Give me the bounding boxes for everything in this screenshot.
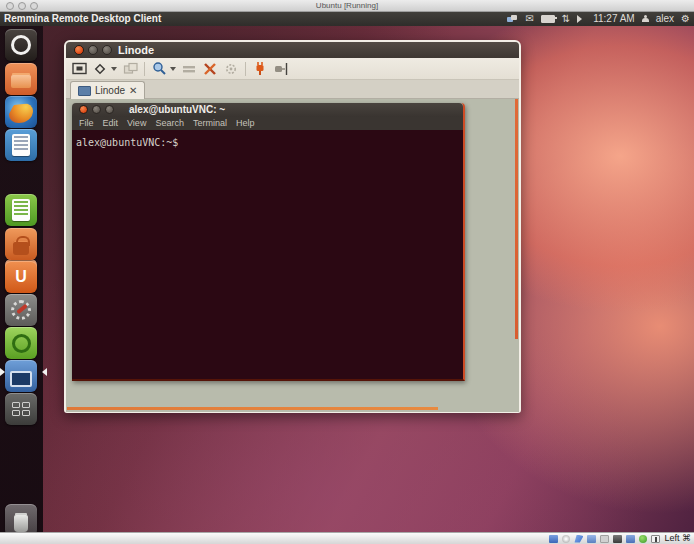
optical-disc-icon[interactable] [562,535,570,543]
menu-edit[interactable]: Edit [103,117,119,130]
volume-indicator-icon[interactable] [577,15,586,23]
gear-wrench-icon [5,294,37,326]
remmina-window-title: Linode [118,42,154,58]
user-indicator-icon[interactable] [642,15,649,23]
ubuntu-logo-icon [5,29,37,61]
exit-button[interactable] [272,60,290,77]
shopping-bag-icon [5,228,37,260]
ubuntu-software-button[interactable] [5,327,37,359]
ubuntu-one-icon: U [5,261,37,293]
session-gear-icon[interactable]: ⚙ [681,12,690,26]
network-icon[interactable] [574,535,583,543]
remote-wallpaper-bottom-sliver [67,407,438,410]
tools-button[interactable] [201,60,219,77]
remmina-launcher-button[interactable] [5,360,37,392]
calc-spreadsheet-icon [12,199,30,221]
plug-exit-icon [273,62,289,76]
firefox-button[interactable] [5,96,37,128]
sync-arrows-indicator-icon[interactable]: ⇅ [562,12,570,26]
keyboard-shortcuts-button[interactable] [180,60,198,77]
keyboard-lines-icon [182,63,196,75]
shared-folders-icon[interactable] [600,535,609,543]
hard-disk-icon[interactable] [549,535,558,543]
home-folder-button[interactable] [5,63,37,95]
host-window-title: Ubuntu [Running] [0,0,694,11]
ubuntu-circle-icon [5,327,37,359]
scale-dropdown-caret-icon[interactable] [111,67,117,74]
fullscreen-button[interactable] [70,60,88,77]
workspace-switcher-button[interactable] [5,393,37,425]
remmina-toolbar [66,58,519,80]
menu-file[interactable]: File [79,117,94,130]
host-window-titlebar: Ubuntu [Running] [0,0,694,12]
mail-indicator-icon[interactable]: ✉ [525,12,533,26]
zoom-dropdown-caret-icon[interactable] [170,67,176,74]
remmina-titlebar[interactable]: Linode [66,42,519,58]
toolbar-separator [144,62,145,76]
folder-icon [5,63,37,95]
indicator-area: ✉ ⇅ 11:27 AM alex ⚙ [507,12,690,26]
mouse-integration-icon[interactable] [651,535,660,543]
terminal-window-title: alex@ubuntuVNC: ~ [129,103,225,117]
terminal-minimize-button[interactable] [92,105,101,114]
virtualbox-statusbar: Left ⌘ [0,532,694,544]
grab-windows-icon [123,62,138,75]
crossed-tools-icon [203,62,217,76]
firefox-icon [9,103,33,123]
connection-tab-linode[interactable]: Linode ✕ [70,81,145,99]
magnifier-icon [152,61,167,76]
terminal-menubar: File Edit View Search Terminal Help [72,117,463,130]
battery-indicator-icon[interactable] [541,15,555,23]
video-capture-icon[interactable] [626,535,635,543]
remmina-tabbar: Linode ✕ [66,80,519,99]
tab-close-icon[interactable]: ✕ [129,85,137,96]
grab-keyboard-button[interactable] [121,60,139,77]
refresh-button[interactable] [222,60,240,77]
menu-view[interactable]: View [127,117,146,130]
tab-label: Linode [95,85,125,96]
display-icon[interactable] [613,535,622,543]
terminal-screen[interactable]: alex@ubuntuVNC:~$ [72,130,463,379]
features-icon[interactable] [639,535,647,543]
unity-launcher: U [0,26,43,533]
scale-mode-button[interactable] [91,60,109,77]
terminal-maximize-button[interactable] [105,105,114,114]
shell-prompt: alex@ubuntuVNC:~$ [76,137,178,148]
host-key-label: Left ⌘ [664,533,691,544]
window-maximize-button[interactable] [102,45,112,55]
remmina-window: Linode [64,40,521,413]
fullscreen-icon [72,62,87,75]
zoom-options-button[interactable] [150,60,168,77]
remote-screen-icon [78,86,91,96]
vbox-status-icons: Left ⌘ [549,533,691,544]
gear-arrows-icon [224,62,239,76]
remote-terminal-window[interactable]: alex@ubuntuVNC: ~ File Edit View Search … [72,103,465,381]
focused-arrow-icon [38,368,47,376]
remote-wallpaper-right-sliver [515,99,518,339]
menu-help[interactable]: Help [236,117,255,130]
clock[interactable]: 11:27 AM [593,12,635,26]
network-indicator-icon[interactable] [507,15,518,23]
ubuntu-one-button[interactable]: U [5,261,37,293]
dash-home-button[interactable] [5,29,37,61]
vnc-viewport[interactable]: alex@ubuntuVNC: ~ File Edit View Search … [66,99,519,412]
libreoffice-calc-button[interactable] [5,194,37,226]
menu-search[interactable]: Search [155,117,184,130]
terminal-close-button[interactable] [79,105,88,114]
disconnect-button[interactable] [251,60,269,77]
system-settings-button[interactable] [5,294,37,326]
running-arrow-icon [0,368,9,376]
app-menu-title[interactable]: Remmina Remote Desktop Client [4,12,161,26]
writer-document-icon [12,134,30,156]
username-label[interactable]: alex [656,12,674,26]
window-minimize-button[interactable] [88,45,98,55]
scale-diamond-icon [93,62,107,76]
window-close-button[interactable] [74,45,84,55]
software-center-button[interactable] [5,228,37,260]
toolbar-separator [245,62,246,76]
libreoffice-writer-button[interactable] [5,129,37,161]
usb-icon[interactable] [587,535,596,543]
terminal-titlebar[interactable]: alex@ubuntuVNC: ~ [72,103,463,117]
menu-terminal[interactable]: Terminal [193,117,227,130]
workspaces-grid-icon [5,393,37,425]
